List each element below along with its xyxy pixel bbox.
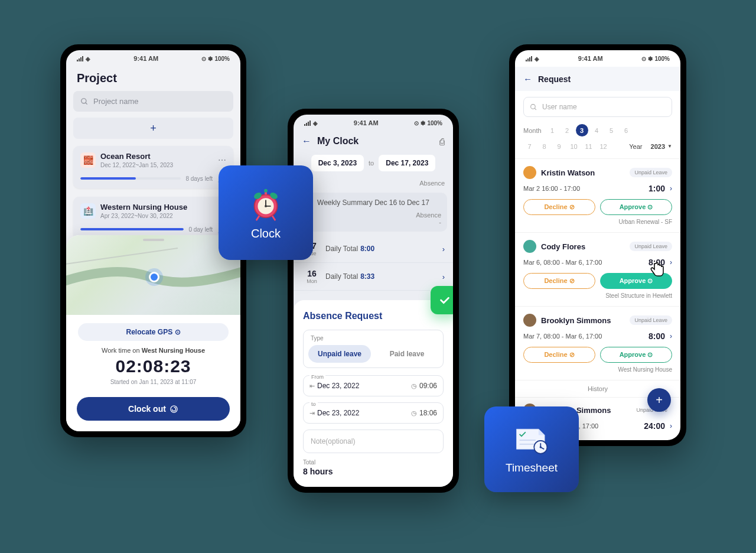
decline-button[interactable]: Decline ⊘ [523,273,595,289]
decline-button[interactable]: Decline ⊘ [523,199,595,215]
daily-row[interactable]: 16Mon Daily Total 8:33 › [294,263,453,291]
more-icon[interactable]: ⋯ [218,155,226,165]
project-card[interactable]: 🏥 Western Nursing House Apr 23, 2022~Nov… [73,197,233,239]
svg-point-0 [82,98,86,103]
project-icon: 🏥 [80,203,96,219]
svg-line-4 [535,108,536,110]
date-end-button[interactable]: Dec 17, 2023 [379,155,435,171]
clock-out-button[interactable]: Clock out [77,397,230,421]
date-start-button[interactable]: Dec 3, 2023 [311,155,364,171]
request-card[interactable]: Kristin WatsonUnpaid Leave Mar 2 16:00 -… [515,158,680,232]
to-date-field[interactable]: to ⇥Dec 23, 2022 ◷18:06 [303,402,444,424]
timesheet-badge-tile: Timesheet [484,406,579,492]
month-7[interactable]: 7 [523,140,536,152]
month-6[interactable]: 6 [620,124,633,136]
confirm-button[interactable] [431,286,453,314]
svg-line-15 [273,216,275,220]
status-bar: ◈ 9:41 AM ⊙ ✽ 100% [294,115,453,131]
svg-point-2 [171,405,177,412]
request-card[interactable]: Cody FloresUnpaid Leave Mar 6, 08:00 - M… [515,232,680,306]
month-2[interactable]: 2 [561,124,573,136]
month-8[interactable]: 8 [538,140,550,152]
note-input[interactable]: Note(optional) [303,430,444,453]
project-name: Western Nursing House [100,203,226,212]
month-1[interactable]: 1 [546,124,559,136]
project-name: Ocean Resort [100,152,213,161]
search-icon [530,103,537,111]
page-title: Request [538,74,571,84]
map-location-pin [149,272,159,282]
chevron-right-icon: › [670,332,672,340]
type-paid-button[interactable]: Paid leave [376,345,438,363]
avatar [523,166,536,179]
project-icon: 🧱 [80,152,96,168]
timesheet-icon [511,425,552,456]
started-on: Started on Jan 11, 2023 at 11:07 [66,379,240,385]
month-12[interactable]: 12 [597,140,610,152]
map[interactable] [66,235,240,315]
print-icon[interactable]: ⎙ [439,136,445,147]
search-icon [80,97,89,106]
chevron-right-icon: › [670,258,672,266]
add-fab[interactable]: + [647,388,671,412]
sheet-title: Absence Request [303,311,444,321]
user-search[interactable]: User name [523,97,672,117]
approve-button[interactable]: Approve ⊙ [600,347,672,363]
project-search[interactable]: Project name [73,91,233,112]
month-3[interactable]: 3 [576,124,588,136]
decline-button[interactable]: Decline ⊘ [523,347,595,363]
svg-point-9 [265,204,267,207]
clock-badge-tile: Clock [219,165,313,260]
month-9[interactable]: 9 [553,140,565,152]
request-card[interactable]: Brooklyn SimmonsUnpaid Leave Mar 7, 08:0… [515,306,680,380]
work-time-label: Work time on West Nursing House [66,347,240,354]
relocate-gps-button[interactable]: Relocate GPS ⊙ [78,323,229,341]
month-5[interactable]: 5 [605,124,618,136]
alarm-clock-icon [247,186,284,222]
timer-display: 02:08:23 [66,356,240,376]
svg-point-3 [531,104,536,109]
svg-point-13 [264,188,268,192]
project-card[interactable]: 🧱 Ocean Resort Dec 12, 2022~Jan 15, 2023… [73,146,233,188]
chevron-right-icon: › [442,272,445,281]
page-title: My Clock [317,136,434,147]
back-button[interactable]: ← [523,74,532,84]
svg-point-21 [540,446,542,448]
chevron-right-icon: › [670,422,672,430]
approve-button[interactable]: Approve ⊙ [600,199,672,215]
status-bar: ◈ 9:41 AM ⊙ ✽ 100% [66,50,240,67]
approve-button[interactable]: Approve ⊙ [600,273,672,289]
type-unpaid-button[interactable]: Unpaid leave [308,345,371,363]
add-project-button[interactable]: + [73,118,233,139]
phone-request: ◈ 9:41 AM ⊙ ✽ 100% ← Request User name M… [509,44,686,446]
chevron-right-icon: › [670,184,672,193]
daily-row[interactable]: 17Tue Daily Total 8:00 › [294,235,453,263]
svg-line-1 [86,102,87,104]
chevron-right-icon: › [442,245,445,253]
from-date-field[interactable]: From ⇤Dec 23, 2022 ◷09:06 [303,375,444,396]
phone-clock: ◈ 9:41 AM ⊙ ✽ 100% ← My Clock ⎙ Dec 3, 2… [288,109,459,493]
avatar [523,240,536,253]
month-4[interactable]: 4 [591,124,603,136]
svg-line-14 [257,216,259,220]
clock-bottom-sheet: Relocate GPS ⊙ Work time on West Nursing… [66,235,240,431]
month-11[interactable]: 11 [582,140,595,152]
year-selector[interactable]: Year 2023 ▼ [629,143,672,150]
weekly-summary-card[interactable]: Weekly Summary Dec 16 to Dec 17 al3Absen… [299,193,447,232]
absence-request-sheet: Absence Request Type Unpaid leave Paid l… [294,300,453,487]
page-title: Project [66,67,240,91]
month-10[interactable]: 10 [568,140,580,152]
avatar [523,314,536,327]
status-bar: ◈ 9:41 AM ⊙ ✽ 100% [515,50,680,67]
back-button[interactable]: ← [302,136,311,147]
